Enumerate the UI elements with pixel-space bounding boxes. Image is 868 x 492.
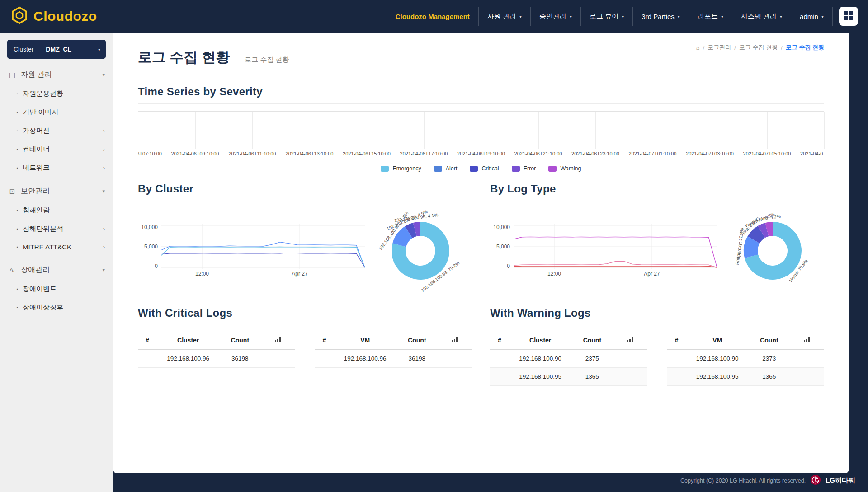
bullet-icon: ·: [16, 304, 19, 311]
home-icon[interactable]: ⌂: [696, 44, 700, 51]
nav-item[interactable]: 로그 뷰어▾: [580, 7, 632, 26]
chevron-right-icon: ›: [103, 164, 105, 171]
table-cell: [667, 368, 686, 386]
nav-item[interactable]: 승인관리▾: [530, 7, 580, 26]
bullet-icon: ·: [16, 90, 19, 98]
x-axis-tick: Apr 27: [292, 271, 307, 277]
sidebar-item[interactable]: ·침해알람: [0, 201, 113, 220]
nav-item[interactable]: admin▾: [791, 7, 833, 26]
x-axis-label: 2021-04-07T03:10:00: [686, 151, 734, 156]
table-header: #: [315, 331, 334, 350]
timeseries-section: Time Series by Severity 2021-04-06T07:10…: [138, 76, 824, 172]
sidebar-item[interactable]: ·자원운용현황: [0, 84, 113, 103]
sidebar-item[interactable]: ·장애이상징후: [0, 298, 113, 317]
table-header: Count: [220, 331, 260, 350]
nav-item[interactable]: 자원 관리▾: [478, 7, 530, 26]
table-cell: 192.168.100.95: [509, 368, 572, 386]
sidebar-item-label: 가상머신: [23, 127, 50, 135]
page-subtitle: 로그 수집 현황: [245, 56, 289, 64]
bullet-icon: ·: [16, 108, 19, 116]
table-header-chart: [260, 331, 295, 350]
sidebar-section-header[interactable]: ⊡보안관리▾: [0, 182, 113, 201]
legend-swatch: [381, 166, 389, 172]
table-cell: [260, 350, 295, 368]
gridline: [138, 112, 138, 149]
chevron-down-icon: ▾: [678, 14, 680, 19]
chevron-down-icon: ▾: [780, 14, 782, 19]
table-header-row: #ClusterCount: [490, 331, 647, 350]
legend-label: Emergency: [392, 165, 421, 172]
sidebar-item[interactable]: ·가상머신›: [0, 122, 113, 140]
chevron-right-icon: ›: [103, 146, 105, 153]
y-axis-tick: 0: [507, 263, 510, 269]
chevron-down-icon: ▾: [102, 188, 105, 194]
sidebar-item-label: MITRE ATT&CK: [23, 243, 71, 251]
brand-logo[interactable]: Cloudozo: [10, 6, 97, 27]
table-header-row: #ClusterCount: [138, 331, 295, 350]
breadcrumb-item[interactable]: 로그관리: [708, 43, 731, 52]
gridline: [367, 112, 367, 149]
nav-item[interactable]: 3rd Parties▾: [632, 7, 689, 26]
x-axis-tick: 12:00: [547, 271, 561, 277]
severity-bar-chart: [138, 111, 824, 149]
sidebar-item[interactable]: ·장애이벤트: [0, 280, 113, 298]
nav-item[interactable]: 리포트▾: [689, 7, 732, 26]
nav-item[interactable]: Cloudozo Management: [387, 7, 478, 26]
bar-chart-icon[interactable]: [804, 337, 810, 342]
sidebar-section: ∿장애관리▾·장애이벤트·장애이상징후: [0, 260, 113, 317]
bar-chart-icon[interactable]: [627, 337, 633, 342]
page-footer: Copyright (C) 2020 LG Hitachi. All right…: [680, 474, 855, 487]
bar-chart-icon[interactable]: [275, 337, 281, 342]
sidebar-section-header[interactable]: ∿장애관리▾: [0, 260, 113, 280]
breadcrumb-item[interactable]: 로그 수집 현황: [739, 43, 778, 52]
sidebar-item[interactable]: ·MITRE ATT&CK›: [0, 238, 113, 256]
sidebar-section-label: 자원 관리: [21, 70, 52, 80]
nav-item-label: 자원 관리: [487, 12, 516, 21]
legend-item[interactable]: Emergency: [381, 165, 421, 172]
page-title: 로그 수집 현황: [138, 48, 230, 67]
x-axis-labels: 12:00Apr 27: [161, 269, 365, 277]
sidebar-item[interactable]: ·컨테이너›: [0, 140, 113, 159]
table-row: 192.168.100.902373: [667, 350, 825, 368]
nav-item[interactable]: 시스템 관리▾: [732, 7, 791, 26]
sidebar-item[interactable]: ·기반 이미지: [0, 103, 113, 122]
legend-item[interactable]: Alert: [434, 165, 458, 172]
nav-item-label: Cloudozo Management: [396, 13, 470, 20]
legend-label: Error: [524, 165, 536, 172]
legend-item[interactable]: Critical: [470, 165, 499, 172]
cluster-line-svg: [161, 224, 365, 269]
bullet-icon: ·: [16, 145, 19, 153]
legend-item[interactable]: Warning: [548, 165, 581, 172]
apps-grid-button[interactable]: [839, 7, 858, 26]
breadcrumb-item[interactable]: 로그 수집 현황: [786, 43, 824, 52]
table-header: Cluster: [509, 331, 572, 350]
section-title-by-cluster: By Cluster: [138, 183, 472, 195]
sidebar-item[interactable]: ·침해단위분석›: [0, 220, 113, 238]
x-axis-label: 2021-04-07T07:10:00: [800, 151, 824, 156]
breadcrumb-separator: /: [734, 44, 736, 51]
sidebar: Cluster DMZ_CL ▾ ▤자원 관리▾·자원운용현황·기반 이미지·가…: [0, 33, 113, 492]
table-header: Count: [749, 331, 789, 350]
y-axis-tick: 10,000: [493, 224, 510, 230]
legend-item[interactable]: Error: [512, 165, 536, 172]
table-header: Cluster: [157, 331, 220, 350]
logs-table: #VMCount192.168.100.902373192.168.100.95…: [667, 331, 825, 386]
bar-chart-icon[interactable]: [452, 337, 458, 342]
nav-item-label: 3rd Parties: [642, 13, 675, 20]
section-title-warning: With Warning Logs: [490, 307, 824, 319]
table-cell: [315, 350, 334, 368]
x-axis-tick: Apr 27: [644, 271, 660, 277]
sidebar-item[interactable]: ·네트워크›: [0, 159, 113, 177]
legend-swatch: [512, 166, 520, 172]
table-header-chart: [613, 331, 647, 350]
cluster-select[interactable]: DMZ_CL ▾: [40, 40, 106, 59]
chevron-down-icon: ▾: [102, 72, 105, 78]
table-cell: 192.168.100.90: [686, 350, 749, 368]
y-axis-tick: 10,000: [141, 224, 158, 230]
sidebar-item-label: 네트워크: [23, 164, 50, 172]
sidebar-section-header[interactable]: ▤자원 관리▾: [0, 65, 113, 84]
table-header: VM: [686, 331, 749, 350]
table-cell: [438, 350, 472, 368]
top-navbar: Cloudozo Cloudozo Management자원 관리▾승인관리▾로…: [0, 0, 868, 33]
lg-logo-text: LG히다찌: [826, 476, 855, 485]
